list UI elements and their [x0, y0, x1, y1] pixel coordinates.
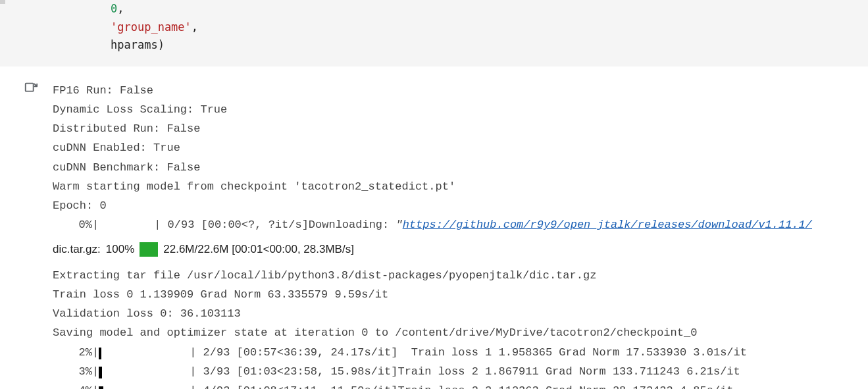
download-progress-row: dic.tar.gz: 100% 22.6M/22.6M [00:01<00:0…	[53, 234, 868, 265]
pipe-icon: |	[92, 381, 99, 389]
code-number-literal: 0	[111, 2, 117, 15]
output-text: Extracting tar file /usr/local/lib/pytho…	[53, 266, 868, 285]
download-url-link[interactable]: https://github.com/r9y9/open_jtalk/relea…	[403, 215, 812, 234]
progress-percent: 4%	[67, 381, 92, 389]
pipe-icon: |	[190, 362, 196, 381]
pipe-icon: |	[190, 343, 196, 362]
progress-row: 4%|| 4/93 [01:08<17:11, 11.59s/it]Train …	[53, 381, 868, 389]
quote-char: "	[396, 215, 402, 234]
output-text: cuDNN Benchmark: False	[53, 158, 868, 177]
progress-row: 3%|| 3/93 [01:03<23:58, 15.98s/it]Train …	[53, 362, 868, 381]
svg-rect-0	[26, 83, 34, 91]
output-text: Saving model and optimizer state at iter…	[53, 323, 868, 342]
downloading-label: Downloading:	[309, 215, 396, 234]
expand-output-icon[interactable]	[24, 81, 38, 95]
output-text: FP16 Run: False	[53, 81, 868, 100]
code-line: 0,	[0, 0, 868, 18]
progress-bar-fill	[99, 348, 101, 359]
output-text: Warm starting model from checkpoint 'tac…	[53, 177, 868, 196]
progress-bar-fill	[99, 386, 103, 389]
progress-percent: 3%	[67, 362, 92, 381]
pipe-icon: |	[92, 362, 99, 381]
progress-row: 2%|| 2/93 [00:57<36:39, 24.17s/it] Train…	[53, 343, 868, 362]
pipe-icon: |	[154, 215, 161, 234]
download-progress-bar	[140, 242, 158, 257]
code-identifier: hparams	[111, 38, 158, 51]
output-text: Train loss 0 1.139909 Grad Norm 63.33557…	[53, 285, 868, 304]
progress-row: 0% | | 0/93 [00:00<?, ?it/s] Downloading…	[53, 215, 868, 234]
code-line: 'group_name',	[0, 18, 868, 37]
download-filename: dic.tar.gz:	[53, 240, 101, 259]
pipe-icon: |	[92, 215, 99, 234]
download-percent: 100%	[106, 240, 134, 259]
code-line: hparams)	[0, 36, 868, 55]
progress-stats: 0/93 [00:00<?, ?it/s]	[161, 215, 308, 234]
output-text: Distributed Run: False	[53, 119, 868, 138]
progress-stats: 2/93 [00:57<36:39, 24.17s/it] Train loss…	[196, 343, 747, 362]
output-text: Epoch: 0	[53, 196, 868, 215]
code-cell[interactable]: 0, 'group_name', hparams)	[0, 0, 868, 66]
progress-percent: 2%	[67, 343, 92, 362]
output-text: cuDNN Enabled: True	[53, 138, 868, 157]
progress-bar-fill	[99, 367, 102, 378]
code-string-literal: 'group_name'	[111, 20, 191, 34]
pipe-icon: |	[190, 381, 196, 389]
progress-stats: 3/93 [01:03<23:58, 15.98s/it]Train loss …	[196, 362, 740, 381]
output-cell: FP16 Run: False Dynamic Loss Scaling: Tr…	[0, 66, 868, 389]
output-text: Validation loss 0: 36.103113	[53, 304, 868, 323]
pipe-icon: |	[92, 343, 99, 362]
output-text: Dynamic Loss Scaling: True	[53, 100, 868, 119]
download-stats: 22.6M/22.6M [00:01<00:00, 28.3MB/s]	[163, 240, 354, 259]
progress-stats: 4/93 [01:08<17:11, 11.59s/it]Train loss …	[196, 381, 733, 389]
cell-gutter-handle[interactable]	[0, 0, 5, 4]
progress-percent: 0%	[67, 215, 92, 234]
